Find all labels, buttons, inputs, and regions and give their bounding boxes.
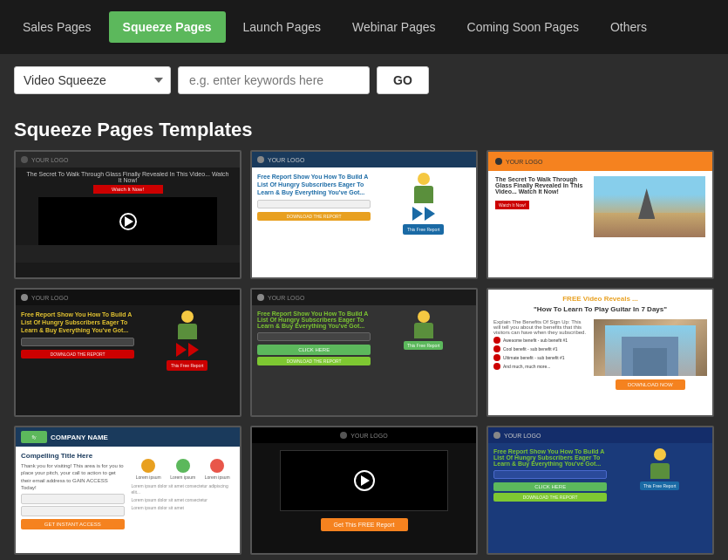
navigation: Sales Pages Squeeze Pages Launch Pages W… (0, 0, 728, 54)
logo-text-5: YOUR LOGO (268, 295, 304, 301)
watch-btn-1: Watch It Now! (93, 185, 163, 194)
nav-others[interactable]: Others (596, 11, 661, 43)
nav-launch-pages[interactable]: Launch Pages (229, 11, 336, 43)
report-box-4: This Free Report (167, 360, 208, 371)
template-card-3[interactable]: YOUR LOGO The Secret To Walk Through Gla… (486, 150, 714, 279)
person-head-2 (418, 173, 430, 185)
email-field-4 (21, 338, 134, 346)
play-triangle-1 (125, 216, 133, 227)
video-box-1 (38, 197, 218, 245)
template-card-6[interactable]: FREE Video Reveals ... "How To Learn To … (486, 288, 714, 417)
play-button-1 (119, 213, 137, 230)
report-box-2: This Free Report (403, 224, 445, 235)
form-field-2-7 (21, 506, 125, 516)
video-box-8 (280, 450, 448, 511)
logo-dot-8 (340, 432, 347, 439)
nav-coming-soon-pages[interactable]: Coming Soon Pages (453, 11, 593, 43)
dl-btn-2: DOWNLOAD THE REPORT (257, 212, 371, 221)
dl-btn-4: DOWNLOAD THE REPORT (21, 350, 134, 359)
logo-placeholder-7: fly (21, 431, 47, 443)
go-button[interactable]: GO (377, 66, 429, 94)
logo-dot-5 (257, 294, 264, 301)
template-card-4[interactable]: YOUR LOGO Free Report Show You How To Bu… (14, 288, 242, 417)
email-field-5 (257, 332, 371, 341)
benefit-dot-1 (493, 337, 500, 344)
headline-5: Free Report Show You How To Build A List… (257, 311, 371, 329)
desc-6: Explain The Benefits Of Sign Up: This wi… (493, 319, 589, 335)
orange-btn-6: DOWNLOAD NOW (616, 379, 685, 390)
click-btn-9: CLICK HERE (493, 482, 607, 491)
nav-squeeze-pages[interactable]: Squeeze Pages (109, 11, 226, 43)
section-title: Squeeze Pages Templates (0, 106, 728, 150)
benefit-text-2: Cool benefit - sub benefit #1 (503, 346, 558, 352)
logo-text-9: YOUR LOGO (504, 433, 541, 439)
guitar-image-6 (594, 319, 707, 376)
nav-webinar-pages[interactable]: Webinar Pages (338, 11, 449, 43)
template-card-8[interactable]: YOUR LOGO Get This FREE Report (250, 426, 478, 555)
benefit-dot-4 (493, 363, 500, 370)
email-field-9 (493, 470, 607, 479)
lorem-text-7: Lorem ipsum dolor sit amet consectetur a… (132, 483, 235, 495)
logo-dot-3 (495, 158, 502, 165)
person-body-9 (650, 463, 670, 479)
icon-item-3: Lorem ipsum (205, 459, 230, 480)
icon-label-1: Lorem ipsum (136, 475, 161, 480)
click-btn-5: CLICK HERE (257, 345, 371, 355)
email-field-2 (257, 200, 371, 208)
form-field-1-7 (21, 494, 125, 504)
arrow-1 (412, 207, 423, 221)
arrow-r-4 (176, 343, 187, 357)
template-grid: YOUR LOGO The Secret To Walk Through Gla… (0, 150, 728, 560)
template-card-5[interactable]: YOUR LOGO Free Report Show You How To Bu… (250, 288, 478, 417)
arrow-2 (425, 207, 435, 221)
watch-btn-3: Watch It Now! (495, 201, 529, 209)
bottom-bar-1 (16, 245, 240, 263)
person-head-5 (418, 311, 430, 323)
benefit-text-3: Ultimate benefit - sub benefit #1 (503, 355, 565, 360)
benefit-1: Awesome benefit - sub benefit #1 (493, 337, 589, 344)
person-body-2 (414, 186, 433, 203)
filter-bar: Video Squeeze Classic Squeeze Modern Squ… (0, 54, 728, 106)
play-triangle-8 (361, 475, 370, 486)
lorem-text-7c: Lorem ipsum dolor sit amet (132, 505, 235, 511)
benefit-text-1: Awesome benefit - sub benefit #1 (503, 338, 568, 343)
headline-7: Compelling Title Here (21, 452, 125, 460)
benefit-2: Cool benefit - sub benefit #1 (493, 345, 589, 352)
keyword-input[interactable] (178, 66, 370, 94)
report-box-9: This Free Report (640, 481, 680, 490)
template-card-2[interactable]: YOUR LOGO Free Report Show You How To Bu… (250, 150, 478, 279)
icon-label-2: Lorem ipsum (170, 475, 195, 480)
icon-item-1: Lorem ipsum (136, 459, 161, 480)
headline-3: The Secret To Walk Through Glass Finally… (495, 176, 589, 195)
person-body-4 (178, 324, 197, 339)
nav-sales-pages[interactable]: Sales Pages (9, 11, 105, 43)
benefit-4: And much, much more... (493, 363, 589, 370)
benefit-dot-3 (493, 354, 500, 361)
icon-item-2: Lorem ipsum (170, 459, 195, 480)
template-card-7[interactable]: fly COMPANY NAME Compelling Title Here T… (14, 426, 242, 555)
template-card-9[interactable]: YOUR LOGO Free Report Show You How To Bu… (486, 426, 714, 555)
person-head-9 (654, 448, 666, 461)
template-card-1[interactable]: YOUR LOGO The Secret To Walk Through Gla… (14, 150, 242, 279)
category-select[interactable]: Video Squeeze Classic Squeeze Modern Squ… (14, 66, 171, 94)
sub-text-7: Thank you for visiting! This area is for… (21, 462, 125, 492)
icon-circle-3 (210, 459, 224, 473)
lorem-text-7b: Lorem ipsum dolor sit amet consectetur (132, 497, 235, 503)
person-head-4 (181, 311, 194, 323)
benefit-3: Ultimate benefit - sub benefit #1 (493, 354, 589, 361)
dl-btn-5: DOWNLOAD THE REPORT (257, 357, 371, 365)
logo-text-8: YOUR LOGO (350, 433, 387, 439)
headline-1: The Secret To Walk Through Glass Finally… (16, 167, 240, 185)
benefit-dot-2 (493, 345, 500, 352)
company-name-7: COMPANY NAME (51, 434, 108, 441)
logo-text-2: YOUR LOGO (268, 157, 304, 163)
logo-text-3: YOUR LOGO (506, 159, 542, 165)
arrow-r2-4 (188, 343, 199, 357)
dl-btn-9: DOWNLOAD THE REPORT (493, 493, 607, 502)
logo-text-4: YOUR LOGO (31, 295, 68, 301)
submit-btn-7: GET INSTANT ACCESS (21, 519, 125, 529)
free-text-6: FREE Video Reveals ... (488, 290, 712, 303)
headline-9: Free Report Show You How To Build A List… (493, 448, 607, 467)
get-report-btn-8: Get This FREE Report (321, 518, 408, 531)
headline-6: "How To Learn To Play Guitar In 7 Days" (488, 303, 712, 316)
